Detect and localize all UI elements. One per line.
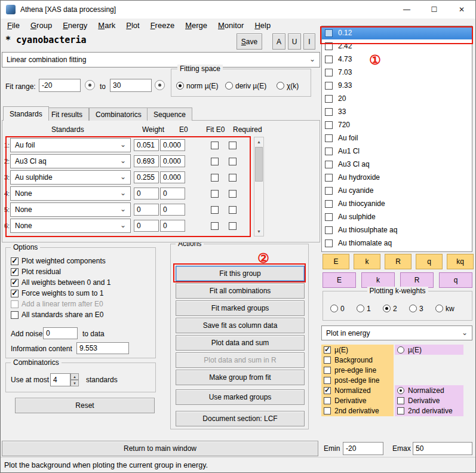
fitting-space-chik-radio[interactable]	[277, 82, 284, 90]
standard-select[interactable]: Au foil⌄	[10, 138, 131, 152]
save-button[interactable]: Save	[237, 33, 262, 50]
group-checkbox[interactable]	[325, 29, 333, 37]
group-list-item[interactable]: Au cyanide	[322, 184, 472, 197]
scrollbar-thumb[interactable]	[255, 147, 263, 182]
plot-data-and-sum-button[interactable]: Plot data and sum	[176, 335, 305, 351]
purple-derivative-checkbox[interactable]	[397, 397, 404, 404]
group-checkbox[interactable]	[325, 56, 333, 63]
group-list-item[interactable]: Au sulphide	[322, 210, 472, 223]
standard-select[interactable]: None⌄	[10, 219, 131, 233]
plot-kq-button[interactable]: kq	[447, 254, 474, 269]
group-checkbox[interactable]	[325, 108, 333, 116]
e0-input[interactable]	[160, 220, 185, 232]
derivative-checkbox[interactable]	[324, 397, 331, 404]
kweight-1-radio[interactable]	[357, 305, 364, 312]
group-checkbox[interactable]	[325, 174, 333, 182]
fit-e0-checkbox[interactable]	[211, 142, 219, 149]
e0-input[interactable]	[160, 188, 185, 199]
purple-normalized-radio[interactable]	[397, 387, 404, 394]
fit-e0-checkbox[interactable]	[211, 158, 219, 165]
plot-residual-checkbox[interactable]	[11, 268, 19, 276]
fit-marked-groups-button[interactable]: Fit marked groups	[176, 300, 305, 316]
plot-marked-q-button[interactable]: q	[439, 272, 472, 288]
info-button[interactable]: I	[303, 33, 315, 50]
plot-in-select[interactable]: Plot in energy ⌄	[321, 325, 472, 340]
plot-weighted-components-checkbox[interactable]	[11, 257, 19, 265]
group-checkbox[interactable]	[325, 148, 333, 155]
emin-input[interactable]	[343, 442, 383, 455]
kweight-kw-radio[interactable]	[435, 305, 443, 312]
menu-item-plot[interactable]: Plot	[121, 19, 145, 32]
group-list-item[interactable]: Au thiocyanide	[322, 197, 472, 210]
use-at-most-input[interactable]	[50, 373, 70, 386]
return-to-main-button[interactable]: Return to main window	[2, 441, 318, 456]
weight-input[interactable]	[134, 155, 159, 167]
pluck-to-button[interactable]	[155, 80, 165, 90]
tab-sequence[interactable]: Sequence	[147, 108, 192, 121]
menu-item-freeze[interactable]: Freeze	[145, 19, 180, 32]
mu-checkbox[interactable]	[324, 346, 331, 354]
weight-input[interactable]	[134, 139, 159, 151]
group-checkbox[interactable]	[325, 121, 333, 129]
spinner-down-icon[interactable]: ▼	[70, 380, 79, 386]
weights-between-0-1-checkbox[interactable]	[11, 279, 19, 287]
weight-input[interactable]	[134, 188, 159, 199]
plot-q-button[interactable]: q	[416, 254, 443, 269]
required-checkbox[interactable]	[229, 142, 237, 149]
required-checkbox[interactable]	[229, 206, 237, 214]
fit-this-group-button[interactable]: Fit this group	[176, 266, 305, 281]
required-checkbox[interactable]	[229, 174, 237, 182]
analysis-mode-select[interactable]: Linear combination fitting ⌄	[2, 52, 320, 67]
group-list-item[interactable]: Au3 Cl aq	[322, 158, 472, 171]
menu-item-group[interactable]: Group	[25, 19, 57, 32]
fitting-space-deriv-radio[interactable]	[225, 82, 233, 90]
group-list-item[interactable]: 7.03	[322, 66, 472, 79]
use-at-most-spinner[interactable]: ▲ ▼	[70, 373, 79, 386]
fit-range-from-input[interactable]	[39, 79, 81, 92]
group-list-item[interactable]: 9.33	[322, 79, 472, 92]
save-fit-column-data-button[interactable]: Save fit as column data	[176, 318, 305, 333]
group-checkbox[interactable]	[325, 69, 333, 76]
scroll-up-icon[interactable]: ▲	[254, 137, 263, 146]
undo-button[interactable]: U	[288, 33, 301, 50]
emax-input[interactable]	[413, 442, 472, 455]
e0-input[interactable]	[160, 155, 185, 167]
fit-range-to-input[interactable]	[110, 79, 152, 92]
group-checkbox[interactable]	[325, 161, 333, 168]
standard-select[interactable]: Au sulphide⌄	[10, 170, 131, 185]
about-button[interactable]: A	[272, 33, 285, 50]
group-list-item[interactable]: 20	[322, 92, 472, 105]
menu-item-mark[interactable]: Mark	[93, 19, 121, 32]
plot-marked-R-button[interactable]: R	[400, 272, 434, 288]
post-edge-checkbox[interactable]	[324, 377, 331, 384]
tab-standards[interactable]: Standards	[3, 106, 49, 121]
purple-second-derivative-checkbox[interactable]	[397, 407, 404, 414]
fit-e0-checkbox[interactable]	[211, 190, 219, 198]
fit-all-combinations-button[interactable]: Fit all combinations	[176, 283, 305, 299]
required-checkbox[interactable]	[229, 158, 237, 165]
fit-e0-checkbox[interactable]	[211, 206, 219, 214]
use-marked-groups-button[interactable]: Use marked groups	[176, 389, 305, 405]
plot-R-button[interactable]: R	[385, 254, 411, 269]
maximize-button[interactable]: ☐	[420, 1, 448, 19]
menu-item-energy[interactable]: Energy	[57, 19, 93, 32]
kweight-2-radio[interactable]	[383, 305, 391, 312]
menu-item-monitor[interactable]: Monitor	[213, 19, 249, 32]
pluck-from-button[interactable]	[85, 80, 95, 90]
group-checkbox[interactable]	[325, 82, 333, 90]
group-list-item[interactable]: Au thiomalate aq	[322, 236, 472, 250]
group-list-item[interactable]: Au hydroxide	[322, 171, 472, 184]
e0-input[interactable]	[160, 139, 185, 151]
group-checkbox[interactable]	[325, 239, 333, 247]
group-checkbox[interactable]	[325, 187, 333, 195]
group-checkbox[interactable]	[325, 213, 333, 221]
group-checkbox[interactable]	[325, 42, 333, 50]
group-list-item[interactable]: 720	[322, 118, 472, 131]
document-section-lcf-button[interactable]: Document section: LCF	[176, 411, 305, 426]
group-list-item[interactable]: 4.73	[322, 53, 472, 66]
force-weights-sum-checkbox[interactable]	[11, 290, 19, 297]
scroll-down-icon[interactable]: ▼	[254, 227, 263, 236]
spinner-up-icon[interactable]: ▲	[70, 373, 79, 380]
weight-input[interactable]	[134, 204, 159, 216]
menu-item-merge[interactable]: Merge	[180, 19, 213, 32]
